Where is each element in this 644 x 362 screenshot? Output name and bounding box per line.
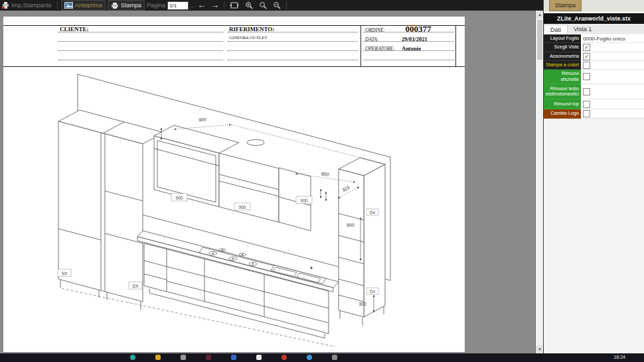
- print-options-panel: Stampa ZLite_Aranworld_viste.stx Dati Vi…: [544, 0, 644, 353]
- scrollbar-thumb[interactable]: [537, 20, 542, 60]
- taskbar-icon[interactable]: [155, 355, 161, 360]
- taskbar-icon[interactable]: [282, 355, 287, 360]
- rimuovi-testo-elettrodomestici-checkbox[interactable]: [583, 88, 590, 95]
- page-number-input[interactable]: [167, 1, 189, 10]
- row-cambio-logo: Cambio Logo: [544, 109, 644, 119]
- dim-label-300: 300: [359, 302, 366, 306]
- rimuovi-etichette-checkbox[interactable]: [583, 73, 590, 80]
- scegli-viste-checkbox[interactable]: ✓: [583, 44, 590, 51]
- row-rimuovi-top: Rimuovi top: [544, 99, 644, 109]
- rimuovi-etichette-label: Rimuovi etichette: [544, 70, 581, 84]
- options-rows: Layout Foglio 0000-Foglio unico Scegli V…: [544, 34, 644, 119]
- taskbar-icon[interactable]: [332, 355, 337, 360]
- cambio-logo-label: Cambio Logo: [544, 109, 581, 119]
- tab-dati[interactable]: Dati: [544, 25, 568, 34]
- taskbar-icon[interactable]: [206, 355, 211, 360]
- scegli-viste-label: Scegli Viste: [544, 43, 581, 52]
- stampa-a-colori-checkbox[interactable]: [583, 62, 590, 69]
- tag-dx: DX: [132, 284, 139, 288]
- print-button[interactable]: Stampa: [108, 0, 145, 11]
- checkmark-icon: ✓: [584, 44, 589, 50]
- assonometria-checkbox[interactable]: ✓: [583, 53, 590, 60]
- layout-foglio-value[interactable]: 0000-Foglio unico: [581, 34, 644, 43]
- zoom-dynamic-button[interactable]: [257, 1, 269, 10]
- preview-icon: [64, 2, 73, 9]
- stampa-a-colori-label: Stampa a colori: [544, 61, 581, 70]
- tab-stampa[interactable]: Stampa: [549, 0, 582, 11]
- taskbar-icon[interactable]: [130, 355, 135, 360]
- fit-page-icon: [230, 2, 239, 9]
- print-preview-canvas: CLIENTE: RIFERIMENTO: GINEVRA OUTLET ORD…: [0, 11, 535, 353]
- tag-sx: SX: [62, 271, 68, 276]
- preview-label: Anteprima: [75, 2, 102, 9]
- taskbar-icon[interactable]: [231, 355, 236, 360]
- tag-dx-upper: Dx: [370, 210, 376, 215]
- checkmark-icon: ✓: [584, 54, 589, 60]
- toolbar-separator: [57, 1, 58, 9]
- toolbar-separator: [224, 1, 224, 9]
- tag-dx-lower: Dx: [370, 289, 376, 294]
- print-preview-toolbar: Imp.Stampante Anteprima Stampa Pagina ..…: [0, 0, 544, 11]
- rimuovi-top-checkbox[interactable]: [583, 101, 590, 108]
- page-more-button[interactable]: ..: [191, 2, 194, 9]
- zoom-out-icon: [273, 1, 281, 9]
- taskbar-icon[interactable]: [256, 355, 262, 360]
- assonometria-label: Assonometria: [544, 52, 581, 61]
- panel-tab-strip: Stampa: [544, 0, 644, 11]
- fit-page-button[interactable]: [228, 1, 241, 10]
- previous-page-button[interactable]: ←: [196, 1, 207, 10]
- toolbar-separator: [286, 1, 287, 9]
- row-layout-foglio: Layout Foglio 0000-Foglio unico: [544, 34, 644, 43]
- dim-label-600: 600: [347, 223, 355, 227]
- taskbar: 18:24: [0, 353, 644, 362]
- print-icon: [111, 2, 119, 9]
- dim-label-900-top: 900: [199, 117, 206, 122]
- preview-button[interactable]: Anteprima: [61, 0, 106, 11]
- tag-900-left: 900: [176, 196, 183, 200]
- kitchen-axonometric-drawing: 900 900 315 900 900 900 SX DX Dx Dx 600: [3, 17, 465, 352]
- row-rimuovi-etichette: Rimuovi etichette: [544, 70, 644, 84]
- clock[interactable]: 18:24: [613, 355, 625, 359]
- row-scegli-viste: Scegli Viste ✓: [544, 43, 644, 52]
- next-page-button[interactable]: →: [209, 1, 220, 10]
- zoom-dynamic-icon: [259, 1, 267, 9]
- document-page: CLIENTE: RIFERIMENTO: GINEVRA OUTLET ORD…: [3, 17, 465, 352]
- file-title: ZLite_Aranworld_viste.stx: [544, 13, 644, 24]
- zoom-out-button[interactable]: [271, 1, 283, 10]
- layout-foglio-label: Layout Foglio: [544, 34, 581, 43]
- print-label: Stampa: [121, 2, 141, 9]
- printer-setup-icon: [2, 2, 9, 9]
- panel-tabs: Dati Vista 1: [544, 25, 644, 34]
- rimuovi-top-label: Rimuovi top: [544, 99, 581, 109]
- tag-900-right: 900: [301, 198, 308, 203]
- taskbar-icon[interactable]: [307, 355, 312, 360]
- page-label: Pagina: [147, 2, 165, 9]
- taskbar-icon[interactable]: [181, 355, 186, 360]
- tab-vista-1[interactable]: Vista 1: [568, 25, 598, 34]
- tag-900-mid: 900: [239, 205, 246, 210]
- zoom-in-icon: [245, 1, 253, 9]
- cambio-logo-checkbox[interactable]: [583, 110, 590, 117]
- rimuovi-testo-elettrodomestici-label: Rimuovi testo elettrodomestici: [544, 84, 581, 99]
- row-assonometria: Assonometria ✓: [544, 52, 644, 61]
- printer-setup-label: Imp.Stampante: [11, 2, 52, 9]
- printer-setup-button[interactable]: Imp.Stampante: [0, 1, 54, 10]
- row-stampa-a-colori: Stampa a colori: [544, 61, 644, 70]
- tall-unit-right: [339, 158, 385, 326]
- zoom-in-button[interactable]: [243, 1, 255, 10]
- row-rimuovi-testo-elettrodomestici: Rimuovi testo elettrodomestici: [544, 84, 644, 99]
